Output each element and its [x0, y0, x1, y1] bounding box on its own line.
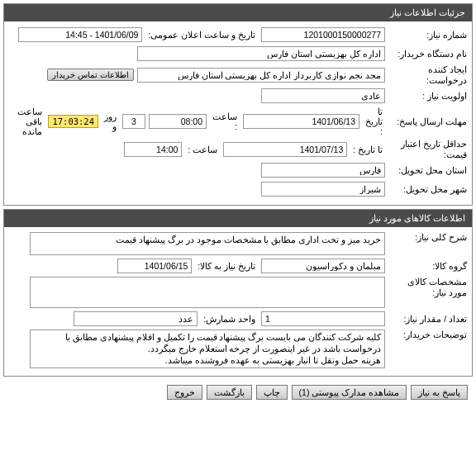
priority-field[interactable] — [261, 88, 385, 103]
buyer-note-field[interactable]: کلیه شرکت کنندگان می بایست برگ پیشنهاد ق… — [30, 330, 385, 368]
price-validity-label: حداقل تاریخ اعتبار قیمت: — [388, 139, 467, 159]
quantity-label: تعداد / مقدار نیاز: — [388, 314, 467, 325]
need-items-panel: اطلاعات کالاهای مورد نیاز شرح کلی نیاز: … — [3, 209, 473, 377]
need-items-body: شرح کلی نیاز: خرید میز و تخت اداری مطابق… — [4, 227, 472, 376]
need-details-panel: جزئیات اطلاعات نیاز شماره نیاز: تاریخ و … — [3, 3, 473, 206]
need-details-body: شماره نیاز: تاریخ و ساعت اعلان عمومی: نا… — [4, 21, 472, 205]
priority-label: اولویت نیاز : — [388, 91, 467, 102]
need-desc-label: شرح کلی نیاز: — [388, 232, 467, 243]
requester-label: ایجاد کننده درخواست: — [388, 64, 467, 85]
item-group-label: گروه کالا: — [388, 261, 467, 272]
delivery-province-field[interactable] — [261, 163, 385, 178]
delivery-city-label: شهر محل تحویل: — [388, 184, 467, 195]
time-remaining-label: ساعت باقی مانده — [9, 107, 45, 136]
reply-deadline-time-label: ساعت : — [210, 111, 240, 131]
reply-deadline-label: مهلت ارسال پاسخ: — [388, 116, 467, 127]
announce-dt-label: تاریخ و ساعت اعلان عمومی: — [145, 30, 258, 40]
reply-deadline-date[interactable] — [243, 114, 359, 129]
need-details-header: جزئیات اطلاعات نیاز — [4, 4, 472, 21]
quantity-field[interactable] — [261, 311, 385, 326]
time-remaining-box: 17:03:24 — [48, 115, 98, 128]
price-validity-time[interactable] — [124, 142, 182, 157]
reply-deadline-days-label: روز و — [102, 111, 119, 131]
need-by-date-label: تاریخ نیاز به کالا: — [195, 261, 258, 271]
reply-deadline-prefix: تا تاریخ : — [363, 107, 385, 136]
item-spec-field[interactable] — [30, 277, 385, 308]
price-validity-time-label: ساعت : — [185, 145, 220, 154]
need-number-field[interactable] — [261, 27, 385, 42]
reply-button[interactable]: پاسخ به نیاز — [411, 385, 468, 400]
delivery-city-field[interactable] — [261, 182, 385, 197]
print-button[interactable]: چاپ — [256, 385, 288, 400]
announce-dt-field[interactable] — [18, 27, 142, 42]
requester-field[interactable] — [137, 68, 385, 83]
item-spec-label: مشخصات کالای مورد نیاز: — [388, 277, 467, 297]
need-items-header: اطلاعات کالاهای مورد نیاز — [4, 210, 472, 227]
action-bar: پاسخ به نیاز مشاهده مدارک پیوستی (1) چاپ… — [3, 380, 473, 405]
exit-button[interactable]: خروج — [167, 385, 202, 400]
need-number-label: شماره نیاز: — [388, 30, 467, 40]
back-button[interactable]: بازگشت — [207, 385, 252, 400]
need-by-date-field[interactable] — [117, 258, 192, 273]
buyer-name-field[interactable] — [137, 46, 385, 61]
view-attachments-button[interactable]: مشاهده مدارک پیوستی (1) — [292, 385, 407, 400]
price-validity-date[interactable] — [223, 142, 347, 157]
buyer-contact-button[interactable]: اطلاعات تماس خریدار — [47, 69, 134, 81]
delivery-province-label: استان محل تحویل: — [388, 165, 467, 176]
unit-label: واحد شمارش: — [201, 314, 258, 324]
price-validity-prefix: تا تاریخ : — [350, 145, 385, 154]
unit-field[interactable] — [74, 311, 198, 326]
reply-deadline-time[interactable] — [149, 114, 207, 129]
need-desc-field[interactable]: خرید میز و تخت اداری مطابق با مشخصات موج… — [30, 232, 385, 255]
item-group-field[interactable] — [261, 258, 385, 273]
buyer-name-label: نام دستگاه خریدار: — [388, 49, 467, 59]
buyer-note-label: توضیحات خریدار: — [388, 330, 467, 340]
reply-deadline-days[interactable] — [122, 114, 145, 129]
